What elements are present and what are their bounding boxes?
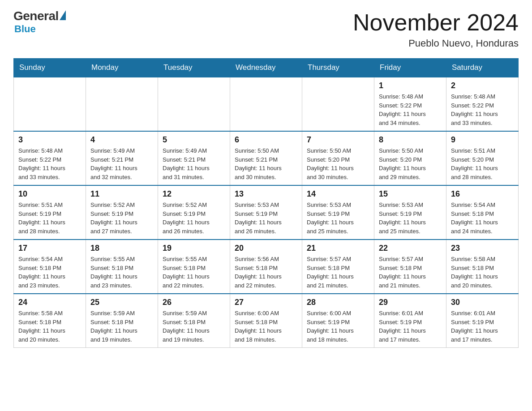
day-info: Sunrise: 5:52 AM Sunset: 5:19 PM Dayligh… <box>163 201 225 235</box>
day-info: Sunrise: 5:53 AM Sunset: 5:19 PM Dayligh… <box>235 201 297 235</box>
week-row-3: 10Sunrise: 5:51 AM Sunset: 5:19 PM Dayli… <box>14 185 519 240</box>
day-number: 18 <box>90 244 153 253</box>
calendar-cell: 20Sunrise: 5:56 AM Sunset: 5:18 PM Dayli… <box>230 240 302 294</box>
day-number: 6 <box>235 135 297 145</box>
day-info: Sunrise: 5:48 AM Sunset: 5:22 PM Dayligh… <box>18 146 81 181</box>
day-info: Sunrise: 5:53 AM Sunset: 5:19 PM Dayligh… <box>307 201 369 235</box>
day-info: Sunrise: 5:50 AM Sunset: 5:20 PM Dayligh… <box>307 146 369 181</box>
page-header: General Blue November 2024 Pueblo Nuevo,… <box>13 9 519 49</box>
day-number: 16 <box>451 189 514 199</box>
day-number: 12 <box>163 189 225 199</box>
calendar-cell: 7Sunrise: 5:50 AM Sunset: 5:20 PM Daylig… <box>302 131 374 185</box>
day-header-monday: Monday <box>86 59 158 77</box>
calendar-table: SundayMondayTuesdayWednesdayThursdayFrid… <box>13 58 519 348</box>
day-number: 24 <box>18 298 81 307</box>
day-number: 8 <box>379 135 442 145</box>
day-number: 15 <box>379 189 442 199</box>
day-info: Sunrise: 5:58 AM Sunset: 5:18 PM Dayligh… <box>451 255 514 290</box>
calendar-cell <box>302 77 374 131</box>
day-number: 23 <box>451 244 514 253</box>
calendar-cell <box>230 77 302 131</box>
calendar-cell: 25Sunrise: 5:59 AM Sunset: 5:18 PM Dayli… <box>86 294 158 348</box>
calendar-cell: 22Sunrise: 5:57 AM Sunset: 5:18 PM Dayli… <box>374 240 446 294</box>
day-header-friday: Friday <box>374 59 446 77</box>
day-info: Sunrise: 5:59 AM Sunset: 5:18 PM Dayligh… <box>163 309 225 344</box>
calendar-cell: 1Sunrise: 5:48 AM Sunset: 5:22 PM Daylig… <box>374 77 446 131</box>
day-info: Sunrise: 5:50 AM Sunset: 5:20 PM Dayligh… <box>379 146 442 181</box>
calendar-cell: 27Sunrise: 6:00 AM Sunset: 5:18 PM Dayli… <box>230 294 302 348</box>
calendar-cell: 4Sunrise: 5:49 AM Sunset: 5:21 PM Daylig… <box>86 131 158 185</box>
day-number: 9 <box>451 135 514 145</box>
day-info: Sunrise: 5:57 AM Sunset: 5:18 PM Dayligh… <box>307 255 369 290</box>
day-info: Sunrise: 5:57 AM Sunset: 5:18 PM Dayligh… <box>379 255 442 290</box>
day-number: 13 <box>235 189 297 199</box>
day-number: 5 <box>163 135 225 145</box>
day-info: Sunrise: 5:54 AM Sunset: 5:18 PM Dayligh… <box>451 201 514 235</box>
calendar-cell: 19Sunrise: 5:55 AM Sunset: 5:18 PM Dayli… <box>158 240 230 294</box>
day-number: 7 <box>307 135 369 145</box>
day-info: Sunrise: 5:51 AM Sunset: 5:19 PM Dayligh… <box>18 201 81 235</box>
day-number: 21 <box>307 244 369 253</box>
calendar-cell: 23Sunrise: 5:58 AM Sunset: 5:18 PM Dayli… <box>446 240 519 294</box>
calendar-cell: 21Sunrise: 5:57 AM Sunset: 5:18 PM Dayli… <box>302 240 374 294</box>
calendar-cell: 24Sunrise: 5:58 AM Sunset: 5:18 PM Dayli… <box>14 294 86 348</box>
day-number: 11 <box>90 189 153 199</box>
calendar-cell: 18Sunrise: 5:55 AM Sunset: 5:18 PM Dayli… <box>86 240 158 294</box>
day-info: Sunrise: 5:48 AM Sunset: 5:22 PM Dayligh… <box>451 92 514 127</box>
calendar-cell: 15Sunrise: 5:53 AM Sunset: 5:19 PM Dayli… <box>374 185 446 240</box>
day-info: Sunrise: 5:51 AM Sunset: 5:20 PM Dayligh… <box>451 146 514 181</box>
calendar-cell: 10Sunrise: 5:51 AM Sunset: 5:19 PM Dayli… <box>14 185 86 240</box>
calendar-cell <box>14 77 86 131</box>
calendar-cell: 2Sunrise: 5:48 AM Sunset: 5:22 PM Daylig… <box>446 77 519 131</box>
day-number: 22 <box>379 244 442 253</box>
calendar-cell <box>86 77 158 131</box>
day-info: Sunrise: 6:01 AM Sunset: 5:19 PM Dayligh… <box>379 309 442 344</box>
calendar-cell: 26Sunrise: 5:59 AM Sunset: 5:18 PM Dayli… <box>158 294 230 348</box>
logo: General Blue <box>13 9 66 35</box>
day-info: Sunrise: 5:53 AM Sunset: 5:19 PM Dayligh… <box>379 201 442 235</box>
day-info: Sunrise: 6:00 AM Sunset: 5:19 PM Dayligh… <box>307 309 369 344</box>
day-number: 17 <box>18 244 81 253</box>
calendar-cell <box>158 77 230 131</box>
day-info: Sunrise: 5:52 AM Sunset: 5:19 PM Dayligh… <box>90 201 153 235</box>
day-info: Sunrise: 5:49 AM Sunset: 5:21 PM Dayligh… <box>90 146 153 181</box>
day-number: 26 <box>163 298 225 307</box>
day-info: Sunrise: 6:00 AM Sunset: 5:18 PM Dayligh… <box>235 309 297 344</box>
calendar-cell: 8Sunrise: 5:50 AM Sunset: 5:20 PM Daylig… <box>374 131 446 185</box>
calendar-cell: 5Sunrise: 5:49 AM Sunset: 5:21 PM Daylig… <box>158 131 230 185</box>
week-row-2: 3Sunrise: 5:48 AM Sunset: 5:22 PM Daylig… <box>14 131 519 185</box>
day-info: Sunrise: 5:48 AM Sunset: 5:22 PM Dayligh… <box>379 92 442 127</box>
calendar-cell: 29Sunrise: 6:01 AM Sunset: 5:19 PM Dayli… <box>374 294 446 348</box>
calendar-cell: 13Sunrise: 5:53 AM Sunset: 5:19 PM Dayli… <box>230 185 302 240</box>
calendar-cell: 9Sunrise: 5:51 AM Sunset: 5:20 PM Daylig… <box>446 131 519 185</box>
day-number: 28 <box>307 298 369 307</box>
day-info: Sunrise: 5:49 AM Sunset: 5:21 PM Dayligh… <box>163 146 225 181</box>
day-header-tuesday: Tuesday <box>158 59 230 77</box>
week-row-1: 1Sunrise: 5:48 AM Sunset: 5:22 PM Daylig… <box>14 77 519 131</box>
day-number: 10 <box>18 189 81 199</box>
day-header-saturday: Saturday <box>446 59 519 77</box>
day-number: 19 <box>163 244 225 253</box>
logo-general-text: General <box>13 9 59 23</box>
calendar-cell: 12Sunrise: 5:52 AM Sunset: 5:19 PM Dayli… <box>158 185 230 240</box>
calendar-cell: 6Sunrise: 5:50 AM Sunset: 5:21 PM Daylig… <box>230 131 302 185</box>
day-info: Sunrise: 5:56 AM Sunset: 5:18 PM Dayligh… <box>235 255 297 290</box>
day-number: 4 <box>90 135 153 145</box>
day-number: 14 <box>307 189 369 199</box>
day-number: 25 <box>90 298 153 307</box>
day-header-wednesday: Wednesday <box>230 59 302 77</box>
calendar-cell: 30Sunrise: 6:01 AM Sunset: 5:19 PM Dayli… <box>446 294 519 348</box>
month-title: November 2024 <box>353 9 519 36</box>
week-row-4: 17Sunrise: 5:54 AM Sunset: 5:18 PM Dayli… <box>14 240 519 294</box>
day-number: 1 <box>379 81 442 90</box>
calendar-cell: 28Sunrise: 6:00 AM Sunset: 5:19 PM Dayli… <box>302 294 374 348</box>
day-number: 29 <box>379 298 442 307</box>
day-number: 20 <box>235 244 297 253</box>
week-row-5: 24Sunrise: 5:58 AM Sunset: 5:18 PM Dayli… <box>14 294 519 348</box>
day-info: Sunrise: 5:55 AM Sunset: 5:18 PM Dayligh… <box>90 255 153 290</box>
day-header-thursday: Thursday <box>302 59 374 77</box>
calendar-cell: 14Sunrise: 5:53 AM Sunset: 5:19 PM Dayli… <box>302 185 374 240</box>
calendar-cell: 17Sunrise: 5:54 AM Sunset: 5:18 PM Dayli… <box>14 240 86 294</box>
day-info: Sunrise: 5:55 AM Sunset: 5:18 PM Dayligh… <box>163 255 225 290</box>
day-number: 2 <box>451 81 514 90</box>
